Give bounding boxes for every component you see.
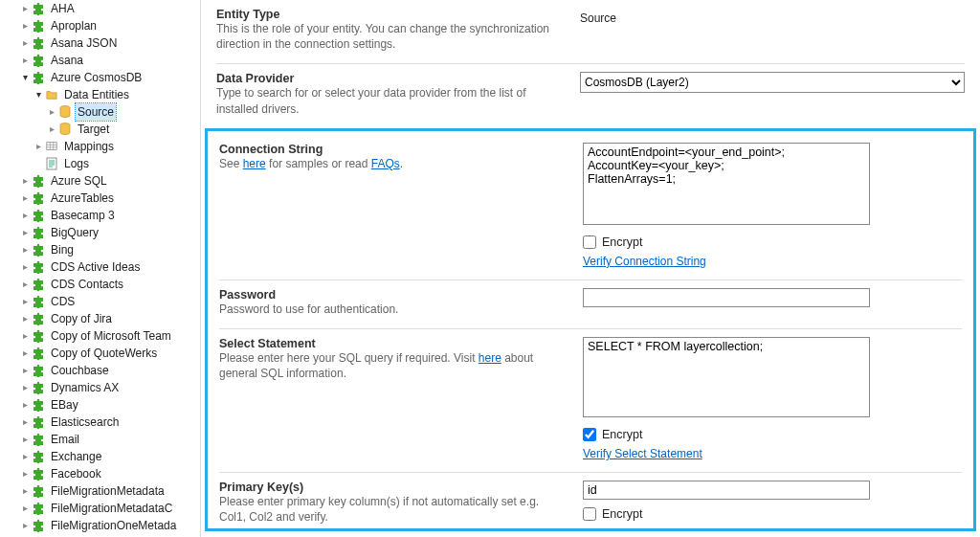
chevron-right-icon[interactable]: [19, 172, 31, 190]
chevron-right-icon[interactable]: [19, 293, 31, 310]
tree-item[interactable]: Basecamp 3: [0, 207, 200, 224]
tree-item[interactable]: AHA: [0, 0, 200, 17]
tree-item[interactable]: FileMigrationMetadata: [0, 482, 200, 500]
tree-item-label[interactable]: Target: [76, 121, 111, 138]
tree-item[interactable]: EBay: [0, 396, 200, 414]
chevron-right-icon[interactable]: [33, 138, 44, 155]
tree-item[interactable]: Bing: [0, 241, 200, 258]
tree-item[interactable]: Copy of Jira: [0, 310, 200, 327]
select-encrypt-checkbox[interactable]: [583, 428, 596, 441]
tree-item[interactable]: Asana JSON: [0, 34, 200, 52]
connection-string-textarea[interactable]: [583, 143, 870, 225]
tree-item[interactable]: Facebook: [0, 465, 200, 482]
chevron-right-icon[interactable]: [19, 207, 31, 224]
tree-item-label[interactable]: Couchbase: [49, 362, 111, 379]
tree-item-label[interactable]: EBay: [49, 396, 80, 414]
tree-item[interactable]: BigQuery: [0, 224, 200, 241]
verify-connection-string-link[interactable]: Verify Connection String: [583, 255, 706, 268]
tree-item-label[interactable]: Mappings: [62, 138, 116, 155]
chevron-right-icon[interactable]: [19, 448, 31, 465]
chevron-right-icon[interactable]: [19, 224, 31, 241]
chevron-right-icon[interactable]: [19, 52, 31, 69]
chevron-right-icon[interactable]: [19, 34, 31, 52]
tree-item-label[interactable]: Facebook: [49, 465, 103, 482]
chevron-right-icon[interactable]: [19, 465, 31, 482]
chevron-right-icon[interactable]: [19, 362, 31, 379]
chevron-right-icon[interactable]: [46, 103, 57, 121]
tree-item-label[interactable]: Source: [76, 103, 116, 121]
tree-item-label[interactable]: FileMigrationMetadata: [49, 482, 167, 500]
chevron-right-icon[interactable]: [19, 258, 31, 276]
chevron-down-icon[interactable]: [19, 69, 31, 86]
data-provider-select[interactable]: CosmosDB (Layer2): [580, 72, 965, 93]
tree-item[interactable]: CDS Contacts: [0, 276, 200, 293]
chevron-right-icon[interactable]: [19, 379, 31, 396]
tree-item-label[interactable]: Copy of Jira: [49, 310, 114, 327]
tree-item[interactable]: Azure CosmosDB: [0, 69, 200, 86]
tree-item[interactable]: Azure SQL: [0, 172, 200, 190]
tree-item-label[interactable]: Azure SQL: [49, 172, 109, 190]
tree-item-label[interactable]: FileMigrationMetadataC: [49, 500, 174, 517]
tree-item-label[interactable]: AHA: [49, 0, 77, 17]
chevron-right-icon[interactable]: [19, 345, 31, 362]
tree-item-label[interactable]: Copy of Microsoft Team: [49, 327, 173, 345]
tree-item[interactable]: Elasticsearch: [0, 414, 200, 431]
tree-item-label[interactable]: CDS Contacts: [49, 276, 125, 293]
tree-item-label[interactable]: BigQuery: [49, 224, 100, 241]
tree-item-label[interactable]: Azure CosmosDB: [49, 69, 144, 86]
chevron-right-icon[interactable]: [19, 0, 31, 17]
verify-select-stmt-link[interactable]: Verify Select Statement: [583, 447, 702, 460]
tree-item-label[interactable]: Logs: [62, 155, 91, 172]
chevron-right-icon[interactable]: [19, 500, 31, 517]
conn-encrypt-checkbox[interactable]: [583, 235, 596, 249]
tree-item[interactable]: FileMigrationMetadataC: [0, 500, 200, 517]
chevron-right-icon[interactable]: [19, 241, 31, 258]
tree-item[interactable]: AzureTables: [0, 190, 200, 207]
tree-item[interactable]: Aproplan: [0, 17, 200, 34]
chevron-right-icon[interactable]: [19, 310, 31, 327]
chevron-right-icon[interactable]: [19, 276, 31, 293]
tree-item-label[interactable]: Aproplan: [49, 17, 99, 34]
tree-item[interactable]: Exchange: [0, 448, 200, 465]
tree-item-label[interactable]: Elasticsearch: [49, 414, 121, 431]
tree-item-label[interactable]: Asana JSON: [49, 34, 119, 52]
tree-item-label[interactable]: Dynamics AX: [49, 379, 121, 396]
chevron-right-icon[interactable]: [19, 396, 31, 414]
tree-item-label[interactable]: FileMigrationOneMetada: [49, 517, 178, 534]
select-here-link[interactable]: here: [479, 351, 501, 365]
tree-item[interactable]: Asana: [0, 52, 200, 69]
tree-item[interactable]: Dynamics AX: [0, 379, 200, 396]
tree-item[interactable]: Target: [0, 121, 200, 138]
tree-item-label[interactable]: AzureTables: [49, 190, 116, 207]
tree-item[interactable]: FileMigrationOneMetada: [0, 517, 200, 534]
tree-item[interactable]: CDS: [0, 293, 200, 310]
chevron-right-icon[interactable]: [46, 121, 57, 138]
tree-item-label[interactable]: Basecamp 3: [49, 207, 117, 224]
primary-key-input[interactable]: [583, 481, 870, 500]
tree-item[interactable]: Copy of QuoteWerks: [0, 345, 200, 362]
chevron-right-icon[interactable]: [19, 482, 31, 500]
tree-item-label[interactable]: CDS Active Ideas: [49, 258, 142, 276]
chevron-right-icon[interactable]: [19, 517, 31, 534]
conn-faqs-link[interactable]: FAQs: [371, 157, 400, 170]
tree-item[interactable]: Mappings: [0, 138, 200, 155]
tree-item-label[interactable]: Copy of QuoteWerks: [49, 345, 159, 362]
chevron-right-icon[interactable]: [19, 17, 31, 34]
password-input[interactable]: [583, 288, 870, 307]
chevron-right-icon[interactable]: [19, 431, 31, 448]
chevron-down-icon[interactable]: [33, 86, 44, 103]
tree-item-label[interactable]: Email: [49, 431, 81, 448]
tree-item[interactable]: Couchbase: [0, 362, 200, 379]
tree-item-label[interactable]: Exchange: [49, 448, 103, 465]
tree-item[interactable]: Data Entities: [0, 86, 200, 103]
tree-item[interactable]: Copy of Microsoft Team: [0, 327, 200, 345]
tree-item[interactable]: Email: [0, 431, 200, 448]
chevron-right-icon[interactable]: [19, 414, 31, 431]
select-stmt-textarea[interactable]: [583, 337, 870, 417]
tree-item-label[interactable]: Data Entities: [62, 86, 131, 103]
chevron-right-icon[interactable]: [19, 327, 31, 345]
tree-item[interactable]: Source: [0, 103, 200, 121]
pk-encrypt-checkbox[interactable]: [583, 507, 596, 521]
tree-item[interactable]: Logs: [0, 155, 200, 172]
tree-item[interactable]: CDS Active Ideas: [0, 258, 200, 276]
